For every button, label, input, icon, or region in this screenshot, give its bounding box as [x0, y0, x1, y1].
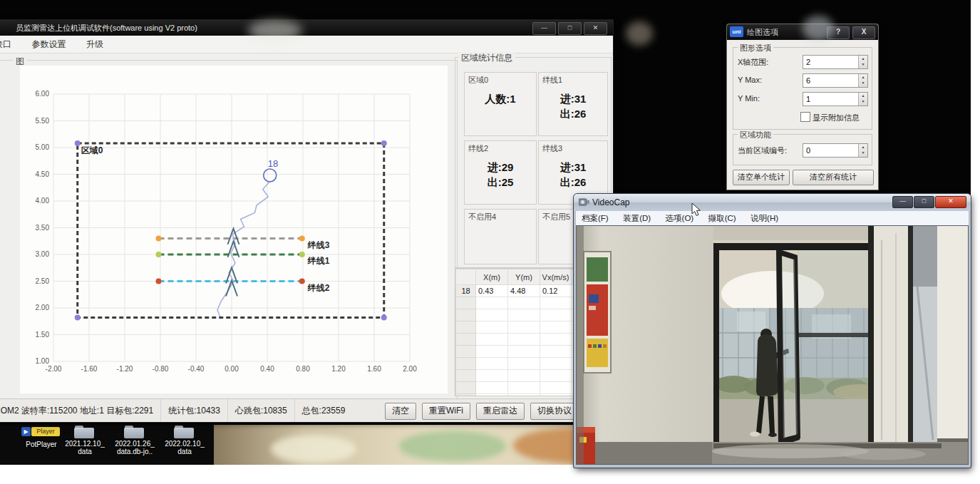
current-region-label: 当前区域编号: — [738, 145, 787, 156]
videocap-app-icon — [579, 197, 589, 207]
radar-app-window: 员监测雷达上位机调试软件(software using V2 proto) — … — [0, 20, 613, 422]
wall-poster — [584, 252, 611, 373]
y-max-value: 6 — [806, 75, 810, 86]
folder-icon[interactable] — [124, 426, 144, 438]
videocap-close-button[interactable]: ✕ — [935, 196, 966, 208]
stats-panel-title: 区域统计信息 — [458, 52, 515, 64]
svg-text:3.50: 3.50 — [36, 224, 50, 232]
current-region-value: 0 — [806, 145, 810, 156]
blur-artifact — [626, 21, 653, 46]
stat-box-label: 区域0 — [468, 75, 488, 86]
potplayer-icon[interactable]: ▶ Player — [21, 426, 61, 438]
svg-text:0.40: 0.40 — [260, 365, 274, 373]
clear-button[interactable]: 清空 — [385, 403, 416, 420]
vcap-menu-help[interactable]: 说明(H) — [745, 211, 784, 225]
status-total-packets: 总包:23559 — [295, 399, 353, 422]
svg-text:区域0: 区域0 — [81, 145, 103, 155]
vcap-menu-file[interactable]: 档案(F) — [576, 211, 614, 225]
cell-id: 18 — [456, 285, 476, 297]
svg-text:3.00: 3.00 — [36, 250, 50, 258]
stat-value: 出:26 — [560, 176, 587, 188]
radar-plot-canvas: -2.00-1.60-1.20-0.80-0.400.000.400.801.2… — [20, 66, 448, 393]
graph-options-group: 图形选项 X轴范围: 2 ▲▼ Y Max: 6 ▲▼ Y Min: 1 ▲▼ … — [733, 47, 872, 130]
vcap-menu-capture[interactable]: 撷取(C) — [703, 211, 742, 225]
folder-icon-label[interactable]: 2022.01.26_ data.db-jo.. — [111, 440, 158, 455]
radar-window-titlebar[interactable]: 员监测雷达上位机调试软件(software using V2 proto) — … — [0, 20, 613, 36]
camera-scene — [577, 226, 968, 464]
uni-app-icon: uni — [730, 26, 743, 37]
videocap-minimize-button[interactable]: — — [892, 196, 913, 208]
potplayer-logo-icon: ▶ — [21, 427, 31, 436]
svg-text:2.00: 2.00 — [36, 304, 50, 311]
wallpaper-plate — [271, 435, 356, 463]
y-min-spinbox[interactable]: 1 ▲▼ — [803, 92, 868, 106]
close-button[interactable]: ✕ — [584, 22, 607, 35]
svg-text:-2.00: -2.00 — [46, 365, 62, 373]
mouse-cursor — [691, 202, 701, 217]
minimize-button[interactable]: — — [532, 22, 556, 35]
videocap-menubar: 档案(F) 装置(D) 选项(O) 撷取(C) 说明(H) — [576, 211, 969, 226]
svg-text:-0.40: -0.40 — [188, 365, 205, 373]
current-region-spinbox[interactable]: 0 ▲▼ — [803, 143, 868, 158]
spinner-arrows-icon[interactable]: ▲▼ — [858, 56, 867, 68]
stat-box-disabled4: 不启用4 — [464, 209, 537, 264]
svg-text:4.50: 4.50 — [36, 170, 50, 178]
blur-artifact — [803, 16, 834, 41]
vcap-menu-device[interactable]: 装置(D) — [617, 211, 656, 225]
svg-text:5.50: 5.50 — [36, 117, 50, 125]
menu-item-upgrade[interactable]: 升级 — [78, 36, 112, 53]
cell-y: 4.48 — [508, 285, 540, 297]
status-stat-packets: 统计包:10433 — [161, 399, 228, 422]
region-function-title: 区域功能 — [738, 130, 773, 140]
videocap-maximize-button[interactable]: □ — [914, 196, 934, 208]
svg-text:1.00: 1.00 — [36, 357, 50, 365]
clear-all-stats-button[interactable]: 清空所有统计 — [793, 170, 874, 185]
folder-label-line2: data — [177, 448, 191, 455]
reset-wifi-button[interactable]: 重置WiFi — [422, 403, 470, 420]
svg-text:18: 18 — [268, 158, 278, 169]
stat-value: 进:29 — [488, 161, 514, 173]
stat-box-region0: 区域0 人数:1 — [464, 72, 537, 136]
radar-menubar: 接口 参数设置 升级 — [0, 36, 613, 53]
videocap-window: VideoCap — □ ✕ 档案(F) 装置(D) 选项(O) 撷取(C) 说… — [574, 194, 971, 468]
spinner-arrows-icon[interactable]: ▲▼ — [858, 74, 867, 87]
x-range-label: X轴范围: — [738, 57, 768, 68]
screen: ▶ Player PotPlayer 2021.12.10_ data 2022… — [0, 0, 980, 484]
stat-box-tripline2: 绊线2 进:29出:25 — [464, 140, 537, 205]
folder-label-line2: data.db-jo.. — [117, 448, 153, 455]
x-range-spinbox[interactable]: 2 ▲▼ — [803, 55, 868, 69]
svg-text:绊线1: 绊线1 — [307, 256, 330, 266]
folder-icon[interactable] — [174, 426, 194, 438]
folder-icon-label[interactable]: 2022.02.10_ data — [161, 440, 208, 455]
stat-box-label: 不启用5 — [542, 212, 570, 222]
restart-radar-button[interactable]: 重启雷达 — [476, 403, 525, 420]
svg-text:-1.60: -1.60 — [81, 365, 98, 373]
show-extra-info-checkbox[interactable] — [800, 112, 810, 122]
folder-icon[interactable] — [74, 426, 94, 438]
folder-icon-label[interactable]: 2021.12.10_ data — [61, 440, 108, 455]
svg-text:绊线3: 绊线3 — [307, 240, 330, 250]
spinner-arrows-icon[interactable]: ▲▼ — [858, 93, 867, 105]
folder-label-line2: data — [78, 448, 91, 455]
menu-item-parameters[interactable]: 参数设置 — [23, 36, 74, 53]
y-max-spinbox[interactable]: 6 ▲▼ — [803, 73, 868, 88]
y-min-value: 1 — [806, 93, 810, 105]
status-heartbeat-packets: 心跳包:10835 — [228, 399, 295, 422]
spinner-arrows-icon[interactable]: ▲▼ — [858, 144, 867, 157]
show-extra-info-label: 显示附加信息 — [813, 113, 860, 123]
stat-value: 出:26 — [560, 108, 587, 120]
menu-item-interface[interactable]: 接口 — [0, 36, 20, 53]
clear-single-stat-button[interactable]: 清空单个统计 — [733, 170, 790, 185]
col-y: Y(m) — [508, 269, 540, 285]
cell-vx: 0.12 — [540, 285, 572, 297]
wallpaper-bowl — [399, 431, 506, 462]
svg-text:1.20: 1.20 — [331, 365, 346, 373]
stat-box-label: 绊线3 — [542, 143, 562, 154]
videocap-titlebar[interactable]: VideoCap — □ ✕ — [574, 194, 971, 211]
svg-text:-0.80: -0.80 — [153, 365, 169, 373]
switch-protocol-button[interactable]: 切换协议 — [530, 403, 579, 420]
maximize-button[interactable]: □ — [558, 22, 582, 35]
y-min-label: Y Min: — [738, 94, 760, 103]
radar-plot: -2.00-1.60-1.20-0.80-0.400.000.400.801.2… — [20, 66, 448, 393]
dialog-close-button[interactable]: X — [852, 26, 875, 39]
